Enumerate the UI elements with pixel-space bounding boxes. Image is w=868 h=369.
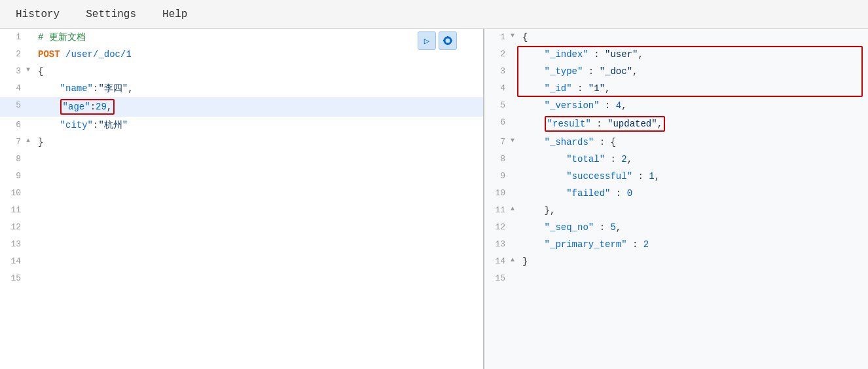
code-line: 9 — [0, 168, 483, 185]
code-line: 4 "name":"李四", — [0, 80, 483, 97]
code-content: POST /user/_doc/1 — [35, 46, 483, 63]
fold-arrow — [511, 219, 520, 229]
line-number: 5 — [484, 97, 511, 114]
fold-arrow — [511, 151, 520, 161]
line-number: 5 — [0, 97, 26, 114]
menu-help[interactable]: Help — [157, 6, 192, 23]
code-line: 15 — [0, 270, 483, 287]
line-number: 11 — [0, 202, 26, 219]
fold-arrow — [511, 270, 520, 280]
code-line: 7 ▼ "_shards" : { — [484, 134, 868, 151]
fold-arrow — [511, 80, 520, 90]
line-number: 12 — [0, 219, 26, 236]
code-content: } — [520, 253, 868, 270]
fold-arrow — [511, 185, 520, 195]
line-number: 7 — [0, 134, 26, 151]
code-content: "_type" : "_doc", — [520, 63, 868, 80]
line-number: 8 — [484, 151, 511, 168]
line-number: 3 — [0, 63, 26, 80]
code-line: 13 — [0, 236, 483, 253]
line-number: 6 — [484, 114, 511, 131]
fold-arrow: ▲ — [511, 253, 520, 263]
code-line: 12 "_seq_no" : 5, — [484, 219, 868, 236]
fold-arrow — [26, 46, 35, 56]
code-line: 3 "_type" : "_doc", — [484, 63, 868, 80]
fold-arrow: ▼ — [511, 134, 520, 144]
code-line: 6 "city":"杭州" — [0, 117, 483, 134]
line-number: 13 — [0, 236, 26, 253]
fold-arrow: ▼ — [511, 29, 520, 39]
line-number: 4 — [484, 80, 511, 97]
line-number: 14 — [0, 253, 26, 270]
line-number: 15 — [484, 270, 511, 287]
code-content: "_shards" : { — [520, 134, 868, 151]
fold-arrow — [511, 168, 520, 178]
menubar: History Settings Help — [0, 0, 868, 29]
line-number: 1 — [0, 29, 26, 46]
code-content: } — [35, 134, 483, 151]
right-pane: 1 ▼ { 2 "_index" : "user", 3 — [484, 29, 868, 369]
line-number: 11 — [484, 202, 511, 219]
app-container: History Settings Help ▷ 1 — [0, 0, 868, 369]
menu-settings[interactable]: Settings — [81, 6, 141, 23]
code-line: 10 "failed" : 0 — [484, 185, 868, 202]
fold-arrow — [511, 114, 520, 124]
line-number: 4 — [0, 80, 26, 97]
code-line: 9 "successful" : 1, — [484, 168, 868, 185]
line-number: 13 — [484, 236, 511, 253]
left-code-editor: 1 # 更新文档 2 POST /user/_doc/1 3 ▼ { — [0, 29, 483, 369]
code-line: 8 — [0, 151, 483, 168]
code-line: 11 — [0, 202, 483, 219]
code-content: "age":29, — [35, 97, 483, 117]
code-line: 15 — [484, 270, 868, 287]
fold-arrow — [511, 97, 520, 107]
code-line: 5 "_version" : 4, — [484, 97, 868, 114]
code-content: # 更新文档 — [35, 29, 483, 46]
code-line: 13 "_primary_term" : 2 — [484, 236, 868, 253]
fold-arrow: ▼ — [26, 63, 35, 73]
line-number: 12 — [484, 219, 511, 236]
code-line: 1 ▼ { — [484, 29, 868, 46]
line-number: 1 — [484, 29, 511, 46]
line-number: 14 — [484, 253, 511, 270]
line-number: 2 — [0, 46, 26, 63]
code-line: 10 — [0, 185, 483, 202]
line-number: 9 — [484, 168, 511, 185]
editor-container: ▷ 1 # 更新文档 2 — [0, 29, 868, 369]
code-content: "result" : "updated", — [520, 114, 868, 134]
right-code-editor: 1 ▼ { 2 "_index" : "user", 3 — [484, 29, 868, 369]
code-line: 11 ▲ }, — [484, 202, 868, 219]
line-number: 8 — [0, 151, 26, 168]
code-content: "_seq_no" : 5, — [520, 219, 868, 236]
code-line: 14 ▲ } — [484, 253, 868, 270]
fold-arrow — [26, 117, 35, 126]
code-content — [520, 270, 868, 274]
fold-arrow — [511, 236, 520, 246]
line-number: 6 — [0, 117, 26, 134]
code-content: "_primary_term" : 2 — [520, 236, 868, 253]
code-line-highlighted: 5 "age":29, — [0, 97, 483, 117]
line-number: 10 — [484, 185, 511, 202]
code-content: "city":"杭州" — [35, 117, 483, 134]
code-content: "_id" : "1", — [520, 80, 868, 97]
line-number: 3 — [484, 63, 511, 80]
line-number: 7 — [484, 134, 511, 151]
menu-history[interactable]: History — [10, 6, 65, 23]
line-number: 9 — [0, 168, 26, 185]
fold-arrow: ▲ — [26, 134, 35, 144]
line-number: 10 — [0, 185, 26, 202]
redbox-group-1: 2 "_index" : "user", 3 "_type" : "_doc",… — [484, 46, 868, 97]
code-content: "successful" : 1, — [520, 168, 868, 185]
code-line: 14 — [0, 253, 483, 270]
code-content: "_version" : 4, — [520, 97, 868, 114]
line-number: 15 — [0, 270, 26, 287]
fold-arrow — [26, 29, 35, 39]
code-line: 8 "total" : 2, — [484, 151, 868, 168]
code-line: 2 POST /user/_doc/1 — [0, 46, 483, 63]
code-line: 1 # 更新文档 — [0, 29, 483, 46]
code-content: "total" : 2, — [520, 151, 868, 168]
fold-arrow — [511, 63, 520, 73]
fold-arrow: ▲ — [511, 202, 520, 212]
code-content: "failed" : 0 — [520, 185, 868, 202]
code-line: 7 ▲ } — [0, 134, 483, 151]
